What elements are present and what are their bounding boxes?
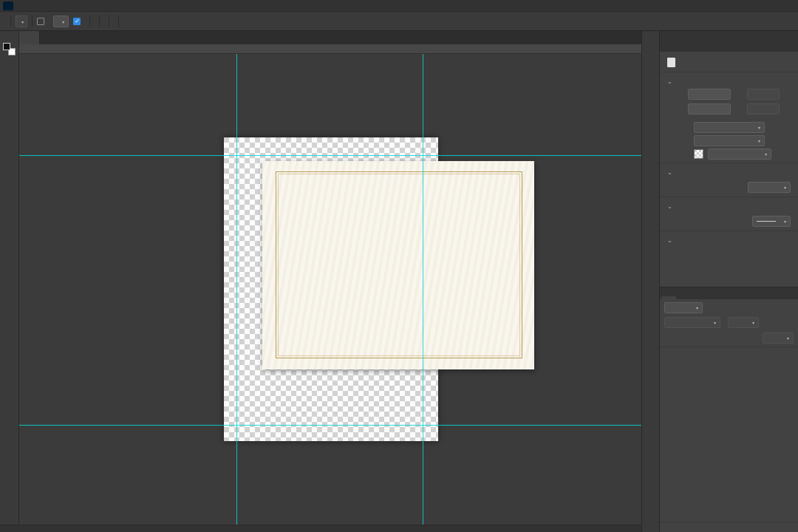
height-field[interactable] xyxy=(688,103,731,115)
y-field xyxy=(747,103,780,115)
properties-tab-row xyxy=(660,40,798,52)
divider xyxy=(99,16,100,27)
vertical-guide[interactable] xyxy=(423,54,423,525)
chevron-down-icon xyxy=(667,202,672,210)
guide-style-select[interactable] xyxy=(752,216,791,227)
layers-tab-row xyxy=(660,287,798,299)
chevron-down-icon xyxy=(21,18,24,25)
document-icon xyxy=(667,58,675,67)
tab-layers[interactable] xyxy=(661,296,676,299)
chevron-down-icon xyxy=(696,304,698,311)
tool-preset-picker[interactable] xyxy=(16,16,27,27)
divider xyxy=(660,163,798,163)
blend-mode-row xyxy=(660,316,798,330)
divider xyxy=(32,16,33,27)
photoshop-window: { "app": { "logo": "Ps" }, "menubar": { … xyxy=(0,0,798,532)
chevron-down-icon xyxy=(758,124,760,131)
guides-section-header[interactable] xyxy=(667,200,791,212)
chevron-down-icon xyxy=(752,319,754,326)
guides-controls xyxy=(669,216,791,227)
panel-dock-header xyxy=(660,31,798,40)
fill-transparency-swatch xyxy=(694,149,703,159)
rulers-grids-section-header[interactable] xyxy=(667,166,791,178)
chevron-down-icon xyxy=(787,335,789,341)
layer-fill-select[interactable] xyxy=(763,332,794,344)
properties-panel xyxy=(660,31,798,287)
chevron-down-icon xyxy=(784,218,786,225)
divider xyxy=(660,197,798,197)
bit-depth-select[interactable] xyxy=(694,135,765,146)
certificate-content xyxy=(262,161,534,369)
vertical-guide[interactable] xyxy=(236,54,237,525)
properties-body xyxy=(660,52,798,246)
ruler[interactable] xyxy=(19,44,641,54)
horizontal-guide[interactable] xyxy=(19,425,641,426)
chevron-down-icon xyxy=(758,137,760,144)
rulers-grids-controls xyxy=(669,182,791,193)
status-bar xyxy=(0,525,641,532)
blend-mode-select[interactable] xyxy=(664,317,720,328)
quick-actions-section-header[interactable] xyxy=(667,234,791,246)
divider xyxy=(118,16,119,27)
color-swatches[interactable] xyxy=(3,43,16,55)
collapsed-panel-dock xyxy=(641,31,660,532)
divider xyxy=(89,16,90,27)
photoshop-logo xyxy=(3,1,13,10)
width-field[interactable] xyxy=(688,89,731,100)
certificate-artwork xyxy=(262,161,534,369)
chevron-down-icon xyxy=(667,78,672,85)
chevron-down-icon xyxy=(667,168,672,176)
divider xyxy=(660,231,798,231)
layers-footer xyxy=(660,522,798,532)
layer-filter-kind-select[interactable] xyxy=(664,302,703,313)
horizontal-guide[interactable] xyxy=(19,155,641,156)
menubar xyxy=(0,0,798,12)
divider xyxy=(660,72,798,72)
divider xyxy=(109,16,109,27)
document-type-row xyxy=(667,55,791,69)
document-tabbar xyxy=(19,31,641,44)
color-mode-select[interactable] xyxy=(694,122,765,133)
foreground-color-swatch[interactable] xyxy=(3,43,10,50)
show-transform-controls-checkbox[interactable] xyxy=(73,18,81,25)
chevron-down-icon xyxy=(765,151,767,157)
auto-select-checkbox[interactable] xyxy=(37,18,44,25)
chevron-down-icon xyxy=(714,319,716,326)
divider xyxy=(10,16,11,27)
opacity-select[interactable] xyxy=(728,317,759,328)
canvas-workspace[interactable] xyxy=(19,54,641,525)
options-bar xyxy=(0,12,798,31)
lock-row xyxy=(660,330,798,347)
layers-panel xyxy=(660,287,798,532)
tools-panel xyxy=(0,31,19,525)
document-tab[interactable] xyxy=(19,31,40,44)
canvas-size-fields xyxy=(667,89,791,115)
chevron-down-icon xyxy=(62,18,64,25)
chevron-down-icon xyxy=(784,184,786,191)
canvas-section-header[interactable] xyxy=(667,75,791,87)
units-select[interactable] xyxy=(748,182,791,193)
auto-select-target-select[interactable] xyxy=(53,16,69,27)
canvas-fill-select[interactable] xyxy=(708,149,771,160)
x-field xyxy=(747,89,780,100)
guide-line-style-swatch xyxy=(757,221,776,222)
chevron-down-icon xyxy=(667,236,672,244)
layers-filter-row xyxy=(660,299,798,316)
